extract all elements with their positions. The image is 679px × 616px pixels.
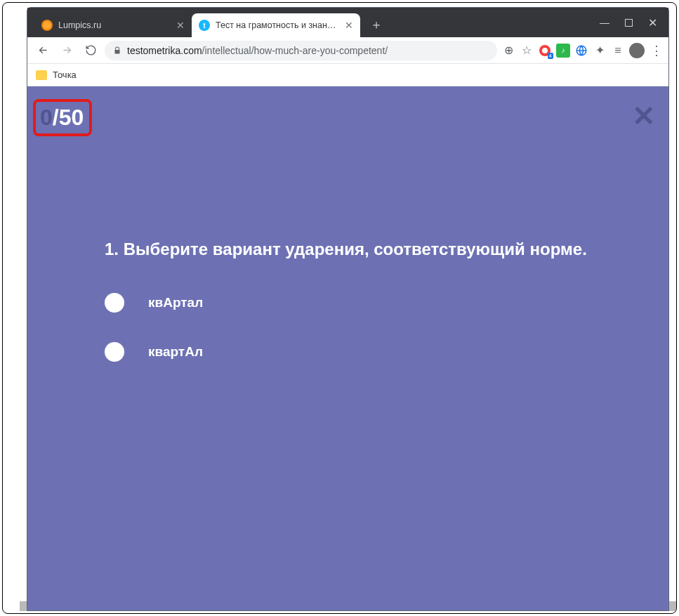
extension-globe[interactable] (574, 44, 588, 58)
page-content: 0 / 50 ✕ 1. Выберите вариант ударения, с… (27, 86, 668, 610)
radio-icon (105, 342, 124, 362)
folder-icon (36, 70, 47, 80)
new-tab-button[interactable]: ＋ (360, 16, 393, 37)
close-quiz-button[interactable]: ✕ (632, 102, 656, 130)
tab-close-icon[interactable]: ✕ (173, 20, 185, 31)
progress-current: 0 (40, 105, 53, 131)
tab-testometrika[interactable]: t Тест на грамотность и знание р ✕ (192, 13, 360, 37)
chrome-menu-button[interactable]: ⋮ (649, 44, 663, 58)
bookmarks-bar: Точка (27, 64, 668, 86)
address-bar: testometrika.com/intellectual/how-much-a… (27, 37, 668, 64)
tab-title: Lumpics.ru (58, 20, 168, 30)
star-button[interactable]: ☆ (520, 44, 534, 58)
close-window-button[interactable]: ✕ (648, 16, 657, 30)
minimize-button[interactable]: — (600, 17, 609, 28)
forward-button[interactable] (57, 41, 77, 60)
favicon-lumpics (41, 20, 53, 31)
progress-counter: 0 / 50 (40, 105, 84, 131)
opera-badge: 4 (548, 53, 553, 59)
bookmark-item[interactable]: Точка (53, 70, 77, 80)
extension-tune[interactable]: ≡ (611, 44, 625, 58)
browser-window: Lumpics.ru ✕ t Тест на грамотность и зна… (27, 7, 669, 611)
tab-close-icon[interactable]: ✕ (342, 20, 353, 31)
progress-counter-highlight: 0 / 50 (33, 99, 92, 136)
extension-music[interactable]: ♪ (556, 44, 570, 58)
question-text: 1. Выберите вариант ударения, соответств… (105, 240, 626, 259)
reload-button[interactable] (81, 41, 100, 60)
window-controls: — ✕ (600, 8, 664, 37)
lock-icon (113, 46, 121, 55)
profile-avatar[interactable] (629, 43, 645, 58)
url-text: testometrika.com/intellectual/how-much-a… (127, 45, 388, 56)
option-label: квАртал (148, 295, 203, 310)
tab-strip: Lumpics.ru ✕ t Тест на грамотность и зна… (27, 8, 393, 37)
question-block: 1. Выберите вариант ударения, соответств… (105, 240, 626, 391)
back-button[interactable] (33, 41, 53, 60)
extensions-button[interactable]: ✦ (593, 44, 607, 58)
extension-opera[interactable]: 4 (538, 44, 552, 58)
progress-separator: / (53, 105, 59, 131)
answer-option-2[interactable]: квартАл (105, 342, 626, 362)
tab-lumpics[interactable]: Lumpics.ru ✕ (34, 13, 192, 37)
answer-option-1[interactable]: квАртал (105, 293, 626, 313)
titlebar: Lumpics.ru ✕ t Тест на грамотность и зна… (27, 8, 668, 37)
option-label: квартАл (148, 344, 203, 360)
omnibox[interactable]: testometrika.com/intellectual/how-much-a… (105, 41, 497, 60)
radio-icon (105, 293, 124, 313)
maximize-button[interactable] (625, 19, 633, 27)
progress-total: 50 (59, 105, 84, 131)
favicon-testometrika: t (199, 20, 210, 31)
tab-title: Тест на грамотность и знание р (216, 20, 336, 30)
zoom-indicator[interactable]: ⊕ (501, 44, 515, 58)
